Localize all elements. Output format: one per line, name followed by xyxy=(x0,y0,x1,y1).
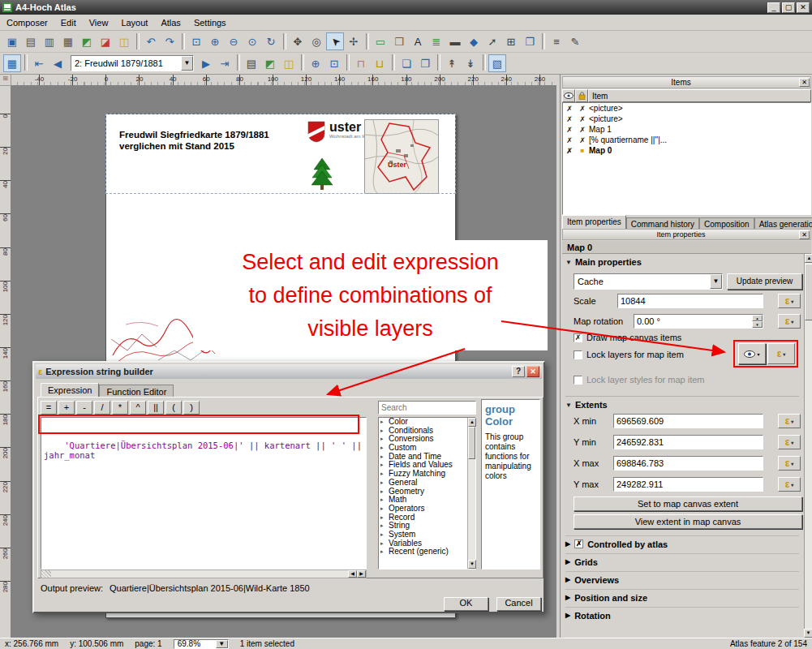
operator-button[interactable]: + xyxy=(58,401,75,415)
item-visibility-checkbox[interactable]: ✗ xyxy=(563,126,576,134)
extent-expression-button[interactable]: ε▾ xyxy=(778,477,801,492)
extent-input[interactable] xyxy=(613,456,763,471)
chevron-down-icon[interactable]: ▼ xyxy=(710,274,722,289)
atlas-settings-button[interactable]: ▧ xyxy=(488,54,506,72)
group-items-button[interactable]: ❏ xyxy=(397,54,415,72)
scroll-up-icon[interactable]: ▲ xyxy=(805,254,812,263)
item-row[interactable]: ✗ ✗ <picture> xyxy=(563,114,810,124)
rotation-expression-button[interactable]: ε▾ xyxy=(778,314,801,329)
item-lock-checkbox[interactable]: ✗ xyxy=(576,126,589,134)
panel-scrollbar[interactable]: ▲ ▼ xyxy=(804,254,812,638)
tab-composition[interactable]: Composition xyxy=(699,217,754,229)
close-button[interactable]: ✕ xyxy=(797,2,810,13)
chevron-down-icon[interactable]: ▼ xyxy=(216,640,228,648)
zoom-actual-button[interactable]: ⊙ xyxy=(243,32,261,50)
search-input[interactable] xyxy=(378,401,476,415)
cancel-button[interactable]: Cancel xyxy=(496,597,541,611)
zoom-to-feature-button[interactable]: ⊕ xyxy=(307,54,324,72)
item-lock-checkbox[interactable]: ✗ xyxy=(576,136,589,144)
scroll-left-icon[interactable]: ◀ xyxy=(348,570,357,578)
operator-button[interactable]: * xyxy=(112,401,128,415)
rotation-spinner[interactable]: ▴ ▾ xyxy=(752,315,763,328)
section-rotation[interactable]: ▶ Rotation xyxy=(565,607,799,623)
scale-expression-button[interactable]: ε▾ xyxy=(778,294,801,308)
ungroup-items-button[interactable]: ❐ xyxy=(416,54,434,72)
menu-settings[interactable]: Settings xyxy=(187,15,233,30)
atlas-next-feature-button[interactable]: ▶ xyxy=(197,54,215,72)
export-as-pdf-button[interactable]: ◪ xyxy=(97,32,114,50)
tab-item-properties[interactable]: Item properties xyxy=(562,215,626,229)
operator-button[interactable]: - xyxy=(76,401,92,415)
atlas-feature-combo[interactable]: 2: Freudwil 1879/1881 ▼ xyxy=(71,55,194,71)
item-options-button[interactable]: ✎ xyxy=(566,32,584,50)
spin-down-icon[interactable]: ▾ xyxy=(752,321,763,328)
item-lock-checkbox[interactable]: ■ xyxy=(576,147,589,154)
main-properties-section[interactable]: ▼ Main properties xyxy=(565,257,642,267)
section-controlled-by-atlas[interactable]: ▶ ✗ Controlled by atlas xyxy=(565,535,799,552)
visibility-column-header[interactable] xyxy=(562,89,575,102)
function-group-item[interactable]: Recent (generic) xyxy=(379,548,475,557)
operator-button[interactable]: ^ xyxy=(130,401,146,415)
atlas-first-feature-button[interactable]: ⇤ xyxy=(30,54,48,72)
extent-input[interactable] xyxy=(613,414,763,428)
undo-button[interactable]: ↶ xyxy=(142,32,160,50)
scrollbar-thumb[interactable] xyxy=(805,264,812,320)
extent-input[interactable] xyxy=(613,435,763,449)
view-extent-in-map-canvas-button[interactable]: View extent in map canvas xyxy=(574,514,802,529)
minimize-button[interactable]: _ xyxy=(767,2,780,13)
item-visibility-checkbox[interactable]: ✗ xyxy=(563,115,576,123)
lock-layers-expression-button[interactable]: ε▾ xyxy=(767,343,795,364)
manage-items-button[interactable]: ≡ xyxy=(548,32,565,50)
extent-expression-button[interactable]: ε▾ xyxy=(778,414,801,428)
add-image-button[interactable]: ❒ xyxy=(390,32,408,50)
menu-atlas[interactable]: Atlas xyxy=(154,15,187,30)
menu-edit[interactable]: Edit xyxy=(54,15,83,30)
zoom-full-button[interactable]: ⊡ xyxy=(187,32,205,50)
add-shape-button[interactable]: ◆ xyxy=(465,32,483,50)
menu-layout[interactable]: Layout xyxy=(114,15,154,30)
section-overviews[interactable]: ▶ Overviews xyxy=(565,571,799,587)
duplicate-composition-button[interactable]: ▥ xyxy=(41,32,58,50)
atlas-previous-feature-button[interactable]: ◀ xyxy=(49,54,67,72)
export-as-image-button[interactable]: ◩ xyxy=(78,32,96,50)
item-row[interactable]: ✗ ✗ <picture> xyxy=(563,103,810,114)
item-row[interactable]: ✗ ■ Map 0 xyxy=(563,145,810,156)
export-atlas-as-svg-button[interactable]: ◫ xyxy=(280,54,298,72)
map-rotation-input[interactable] xyxy=(634,314,763,329)
resize-grip[interactable] xyxy=(41,570,51,578)
composer-manager-button[interactable]: ▦ xyxy=(59,32,77,50)
tree-scrollbar[interactable]: ▲ ▼ xyxy=(467,418,475,569)
editor-horizontal-scrollbar[interactable]: ◀ ▶ xyxy=(41,569,367,578)
close-icon[interactable]: ✕ xyxy=(799,230,810,239)
maximize-button[interactable]: ▢ xyxy=(782,2,795,13)
cache-dropdown[interactable]: Cache ▼ xyxy=(574,273,723,290)
extents-section[interactable]: ▼ Extents xyxy=(565,396,799,410)
new-composition-button[interactable]: ▤ xyxy=(22,32,40,50)
add-html-frame-button[interactable]: ❐ xyxy=(521,32,539,50)
extent-expression-button[interactable]: ε▾ xyxy=(778,456,801,471)
refresh-view-button[interactable]: ↻ xyxy=(262,32,280,50)
lower-selected-items-button[interactable]: ↡ xyxy=(462,54,479,72)
zoom-out-button[interactable]: ⊖ xyxy=(225,32,243,50)
export-atlas-as-image-button[interactable]: ◩ xyxy=(261,54,279,72)
add-arrow-button[interactable]: ➚ xyxy=(483,32,501,50)
add-label-button[interactable]: A xyxy=(409,32,427,50)
operator-button[interactable]: / xyxy=(94,401,110,415)
dialog-title-bar[interactable]: ε Expression string builder ? ✕ xyxy=(36,364,542,379)
zoom-level-combo[interactable]: 69.8% ▼ xyxy=(174,639,229,649)
zoom-to-selection-button[interactable]: ⊡ xyxy=(325,54,343,72)
draw-canvas-items-checkbox[interactable]: ✗ xyxy=(574,333,582,342)
spin-up-icon[interactable]: ▴ xyxy=(752,315,763,321)
atlas-last-feature-button[interactable]: ⇥ xyxy=(216,54,234,72)
select-move-item-tool-button[interactable]: ➤ xyxy=(326,32,344,50)
chevron-down-icon[interactable]: ▼ xyxy=(181,56,193,71)
tab-atlas-generation[interactable]: Atlas generation xyxy=(754,217,812,229)
visible-layers-button[interactable]: ▾ xyxy=(738,343,766,364)
section-checkbox[interactable]: ✗ xyxy=(574,539,583,548)
scrollbar-thumb[interactable] xyxy=(468,427,475,459)
dialog-close-button[interactable]: ✕ xyxy=(526,366,539,377)
add-attribute-table-button[interactable]: ⊞ xyxy=(502,32,520,50)
operator-button[interactable]: || xyxy=(148,401,164,415)
item-lock-checkbox[interactable]: ✗ xyxy=(576,115,589,123)
item-visibility-checkbox[interactable]: ✗ xyxy=(563,136,576,144)
